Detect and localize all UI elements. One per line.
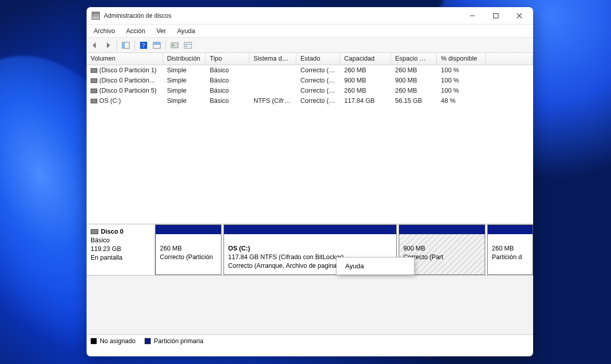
table-row[interactable]: (Disco 0 Partición 1) Simple Básico Corr… (87, 65, 533, 75)
disk-icon (91, 68, 97, 73)
cell-pct: 48 % (437, 96, 486, 105)
help-button[interactable]: ? (137, 39, 150, 51)
window-title: Administración de discos (104, 12, 172, 19)
cell-sis (249, 79, 296, 81)
partition-status: Correcto (Part (403, 253, 481, 262)
volume-name: (Disco 0 Partición 1) (99, 67, 157, 74)
cell-sis (249, 90, 296, 92)
graphical-view: Disco 0 Básico 119.23 GB En pantalla 260… (87, 224, 533, 334)
disk-icon (91, 78, 97, 83)
cell-pct: 100 % (437, 86, 486, 95)
cell-cap: 900 MB (340, 76, 391, 85)
col-sistema[interactable]: Sistema de … (249, 53, 296, 65)
disk-row: Disco 0 Básico 119.23 GB En pantalla 260… (87, 225, 533, 275)
cell-cap: 260 MB (340, 66, 391, 75)
col-distribucion[interactable]: Distribución (163, 53, 206, 65)
disk-type: Básico (91, 236, 151, 245)
partition-block[interactable]: 260 MB Partición d (487, 225, 533, 275)
cell-cap: 117.84 GB (340, 96, 391, 105)
menu-archivo[interactable]: Archivo (89, 26, 120, 36)
col-capacidad[interactable]: Capacidad (340, 53, 391, 65)
partition-size: 900 MB (403, 244, 481, 253)
cell-dist: Simple (163, 86, 206, 95)
legend-swatch-primary (145, 338, 151, 344)
volume-name: OS (C:) (99, 97, 121, 104)
toolbar: ? (87, 38, 533, 53)
col-tipo[interactable]: Tipo (206, 53, 249, 65)
col-end[interactable] (486, 53, 533, 65)
svg-rect-9 (184, 42, 191, 48)
menubar: Archivo Acción Ver Ayuda (87, 24, 533, 38)
cell-dist: Simple (163, 76, 206, 85)
maximize-button[interactable] (484, 8, 508, 23)
legend-swatch-unassigned (91, 338, 97, 344)
menu-ver[interactable]: Ver (151, 26, 171, 36)
disk-management-window: Administración de discos Archivo Acción … (87, 7, 533, 356)
view-top-button[interactable] (151, 39, 163, 51)
partition-title: OS (C:) (228, 244, 392, 253)
context-menu: Ayuda (336, 257, 414, 275)
cell-esp: 260 MB (391, 66, 437, 75)
svg-rect-2 (122, 42, 125, 48)
svg-rect-0 (494, 13, 498, 18)
svg-point-8 (172, 44, 174, 46)
window-controls (461, 8, 531, 23)
app-icon (92, 12, 100, 20)
cell-tipo: Básico (206, 96, 249, 105)
cell-est: Correcto (… (296, 96, 340, 105)
disk-status: En pantalla (91, 254, 151, 262)
col-volumen[interactable]: Volumen (87, 53, 163, 65)
partition-size: 260 MB (492, 244, 529, 253)
disk-icon (91, 89, 97, 93)
cell-est: Correcto (… (296, 66, 340, 75)
forward-button[interactable] (102, 39, 114, 51)
legend-label-primary: Partición primaria (154, 338, 203, 345)
menu-accion[interactable]: Acción (121, 26, 151, 36)
partition-size: 260 MB (160, 244, 217, 253)
cell-esp: 260 MB (391, 86, 437, 95)
back-button[interactable] (89, 39, 101, 51)
volume-list-header: Volumen Distribución Tipo Sistema de … E… (87, 53, 533, 65)
menu-ayuda[interactable]: Ayuda (172, 26, 200, 36)
volume-name: (Disco 0 Partición… (99, 77, 155, 84)
close-button[interactable] (508, 8, 531, 23)
partition-bar (224, 225, 396, 234)
table-row[interactable]: OS (C:) Simple Básico NTFS (Cifra… Corre… (87, 96, 533, 106)
table-row[interactable]: (Disco 0 Partición 5) Simple Básico Corr… (87, 86, 533, 96)
volume-list: Volumen Distribución Tipo Sistema de … E… (87, 53, 533, 224)
toolbar-separator (165, 40, 166, 50)
partition-status: Correcto (Partición (160, 253, 217, 262)
disk-icon (91, 229, 98, 234)
titlebar[interactable]: Administración de discos (87, 7, 533, 24)
graphical-empty-area (87, 275, 533, 334)
cell-dist: Simple (163, 66, 206, 75)
legend-label-unassigned: No asignado (100, 338, 135, 345)
col-espacio[interactable]: Espacio … (391, 53, 437, 65)
toolbar-separator (134, 40, 135, 50)
col-pct[interactable]: % disponible (437, 53, 486, 65)
svg-rect-11 (188, 44, 190, 45)
cell-esp: 56.15 GB (391, 96, 437, 105)
cell-est: Correcto (… (296, 86, 340, 95)
disk-info[interactable]: Disco 0 Básico 119.23 GB En pantalla (87, 225, 155, 275)
refresh-button[interactable] (169, 39, 181, 51)
disk-title: Disco 0 (101, 228, 123, 235)
cell-est: Correcto (… (296, 76, 340, 85)
cell-tipo: Básico (206, 86, 249, 95)
cell-tipo: Básico (206, 66, 249, 75)
show-hide-tree-button[interactable] (120, 39, 132, 51)
svg-rect-12 (185, 46, 187, 47)
partition-bar (399, 225, 485, 234)
table-row[interactable]: (Disco 0 Partición… Simple Básico Correc… (87, 75, 533, 86)
col-estado[interactable]: Estado (296, 53, 340, 65)
minimize-button[interactable] (461, 8, 484, 23)
cell-dist: Simple (163, 96, 206, 105)
context-menu-ayuda[interactable]: Ayuda (338, 259, 412, 273)
volume-list-body[interactable]: (Disco 0 Partición 1) Simple Básico Corr… (87, 65, 533, 223)
partition-block[interactable]: 260 MB Correcto (Partición (155, 225, 221, 275)
partition-bar (488, 225, 533, 234)
cell-cap: 260 MB (340, 86, 391, 95)
properties-button[interactable] (182, 39, 194, 51)
partition-bar (156, 225, 221, 234)
partition-status: Partición d (492, 253, 529, 262)
